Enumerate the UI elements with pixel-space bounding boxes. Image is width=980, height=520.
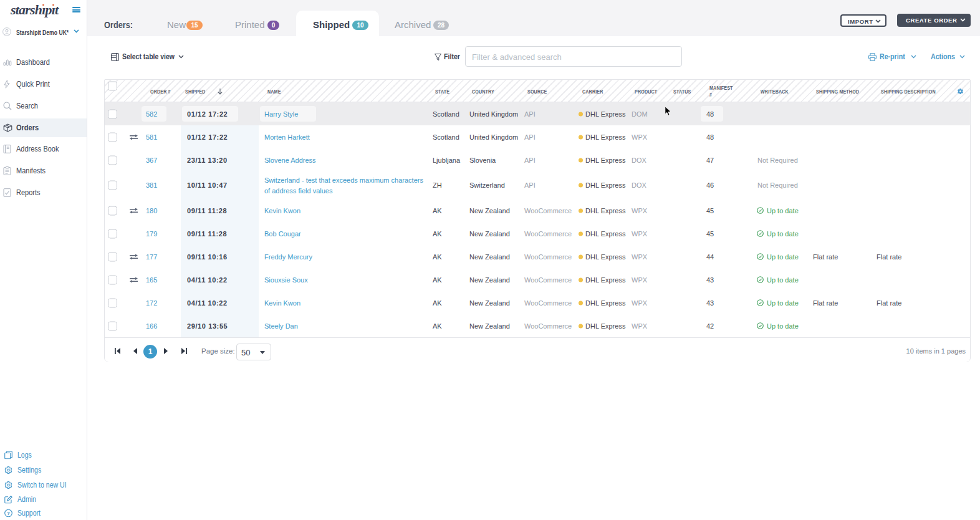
svg-text:?: ? (7, 510, 10, 516)
